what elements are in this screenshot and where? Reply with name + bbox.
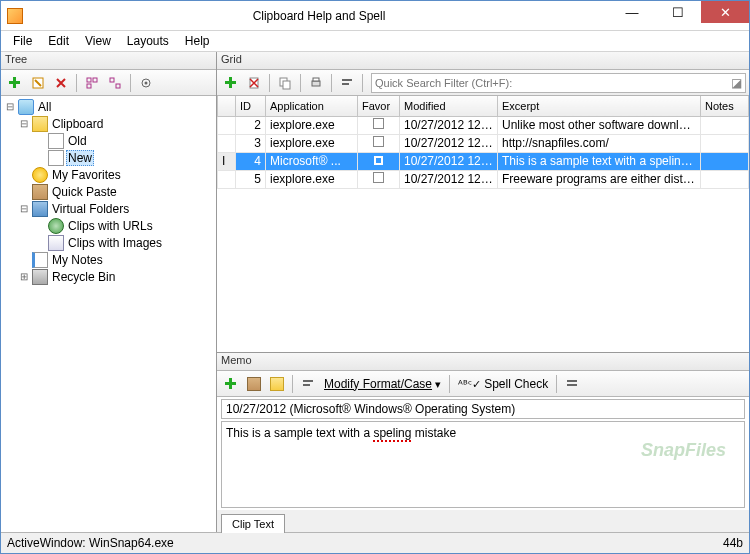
menu-file[interactable]: File bbox=[5, 32, 40, 50]
modify-format-button[interactable]: Modify Format/Case ▾ bbox=[320, 377, 445, 391]
menu-layouts[interactable]: Layouts bbox=[119, 32, 177, 50]
menubar: File Edit View Layouts Help bbox=[1, 31, 749, 52]
tab-clip-text[interactable]: Clip Text bbox=[221, 514, 285, 533]
svg-rect-3 bbox=[87, 78, 91, 82]
tree-collapse-button[interactable] bbox=[104, 72, 126, 94]
grid-add-button[interactable] bbox=[220, 72, 242, 94]
trash-icon bbox=[32, 269, 48, 285]
expand-icon[interactable]: ⊟ bbox=[17, 117, 30, 130]
expand-icon[interactable]: ⊟ bbox=[3, 100, 16, 113]
memo-wrap-button[interactable] bbox=[561, 373, 583, 395]
tree-view[interactable]: ⊟All ⊟Clipboard Old New My Favorites Qui… bbox=[1, 96, 216, 532]
maximize-button[interactable]: ☐ bbox=[655, 1, 701, 23]
folder-icon bbox=[32, 116, 48, 132]
table-row[interactable]: 3iexplore.exe10/27/2012 12:...http://sna… bbox=[218, 134, 749, 152]
menu-view[interactable]: View bbox=[77, 32, 119, 50]
svg-rect-17 bbox=[342, 79, 352, 81]
grid-copy-button[interactable] bbox=[274, 72, 296, 94]
grid-table[interactable]: ID Application Favor Modified Excerpt No… bbox=[217, 96, 749, 189]
spell-check-button[interactable]: ᴬᴮᶜ✓ Spell Check bbox=[454, 377, 552, 391]
tree-node-new[interactable]: New bbox=[66, 150, 94, 166]
memo-format-icon[interactable] bbox=[297, 373, 319, 395]
tree-expand-button[interactable] bbox=[81, 72, 103, 94]
svg-rect-7 bbox=[116, 84, 120, 88]
svg-rect-4 bbox=[93, 78, 97, 82]
svg-rect-6 bbox=[110, 78, 114, 82]
page-icon bbox=[48, 133, 64, 149]
tree-node-clipsimages[interactable]: Clips with Images bbox=[66, 236, 164, 250]
memo-copy-button[interactable] bbox=[243, 373, 265, 395]
tree-add-button[interactable] bbox=[4, 72, 26, 94]
globe-icon bbox=[48, 218, 64, 234]
col-excerpt[interactable]: Excerpt bbox=[498, 96, 701, 116]
svg-rect-21 bbox=[303, 380, 313, 382]
favor-checkbox[interactable] bbox=[373, 136, 384, 147]
search-input[interactable] bbox=[375, 77, 731, 89]
tree-settings-button[interactable] bbox=[135, 72, 157, 94]
memo-info-line: 10/27/2012 (Microsoft® Windows® Operatin… bbox=[221, 399, 745, 419]
col-modified[interactable]: Modified bbox=[400, 96, 498, 116]
search-box[interactable]: ◪ bbox=[371, 73, 746, 93]
svg-rect-18 bbox=[342, 83, 349, 85]
database-icon bbox=[18, 99, 34, 115]
spelling-error[interactable]: speling bbox=[373, 426, 411, 442]
favor-checkbox[interactable] bbox=[373, 118, 384, 129]
svg-rect-5 bbox=[87, 84, 91, 88]
favor-checkbox[interactable] bbox=[373, 172, 384, 183]
tree-node-virtualfolders[interactable]: Virtual Folders bbox=[50, 202, 131, 216]
svg-rect-11 bbox=[225, 81, 236, 84]
tree-node-quickpaste[interactable]: Quick Paste bbox=[50, 185, 119, 199]
tree-node-clipboard[interactable]: Clipboard bbox=[50, 117, 105, 131]
tree-node-old[interactable]: Old bbox=[66, 134, 89, 148]
memo-paste-button[interactable] bbox=[266, 373, 288, 395]
memo-add-button[interactable] bbox=[220, 373, 242, 395]
tree-delete-button[interactable] bbox=[50, 72, 72, 94]
col-id[interactable]: ID bbox=[236, 96, 266, 116]
col-marker[interactable] bbox=[218, 96, 236, 116]
svg-rect-14 bbox=[283, 81, 290, 89]
grid-pane-label: Grid bbox=[217, 52, 749, 70]
svg-rect-16 bbox=[313, 78, 319, 81]
window-title: Clipboard Help and Spell bbox=[29, 9, 609, 23]
col-application[interactable]: Application bbox=[266, 96, 358, 116]
table-row[interactable]: I4Microsoft® ...10/27/2012 12:...This is… bbox=[218, 152, 749, 170]
svg-rect-24 bbox=[567, 384, 577, 386]
close-button[interactable]: ✕ bbox=[701, 1, 749, 23]
svg-rect-1 bbox=[9, 81, 20, 84]
tree-node-clipsurls[interactable]: Clips with URLs bbox=[66, 219, 155, 233]
grid-toolbar: ◪ bbox=[217, 70, 749, 96]
table-row[interactable]: 5iexplore.exe10/27/2012 12:...Freeware p… bbox=[218, 170, 749, 188]
folder-icon bbox=[32, 201, 48, 217]
watermark: SnapFiles bbox=[641, 440, 726, 461]
grid-format-button[interactable] bbox=[336, 72, 358, 94]
col-notes[interactable]: Notes bbox=[701, 96, 749, 116]
paste-icon bbox=[32, 184, 48, 200]
menu-edit[interactable]: Edit bbox=[40, 32, 77, 50]
menu-help[interactable]: Help bbox=[177, 32, 218, 50]
col-favor[interactable]: Favor bbox=[358, 96, 400, 116]
app-icon bbox=[7, 8, 23, 24]
tree-edit-button[interactable] bbox=[27, 72, 49, 94]
tree-node-recyclebin[interactable]: Recycle Bin bbox=[50, 270, 117, 284]
minimize-button[interactable]: — bbox=[609, 1, 655, 23]
table-row[interactable]: 2iexplore.exe10/27/2012 12:...Unlike mos… bbox=[218, 116, 749, 134]
grid-print-button[interactable] bbox=[305, 72, 327, 94]
tree-node-favorites[interactable]: My Favorites bbox=[50, 168, 123, 182]
tree-node-all[interactable]: All bbox=[36, 100, 53, 114]
expand-icon[interactable]: ⊞ bbox=[17, 270, 30, 283]
status-size: 44b bbox=[723, 536, 743, 550]
memo-textarea[interactable]: This is a sample text with a speling mis… bbox=[221, 421, 745, 508]
status-activewindow: ActiveWindow: WinSnap64.exe bbox=[7, 536, 174, 550]
expand-icon[interactable]: ⊟ bbox=[17, 202, 30, 215]
memo-toolbar: Modify Format/Case ▾ ᴬᴮᶜ✓ Spell Check bbox=[217, 371, 749, 397]
tree-pane-label: Tree bbox=[1, 52, 216, 70]
svg-rect-20 bbox=[225, 382, 236, 385]
grid-delete-button[interactable] bbox=[243, 72, 265, 94]
memo-pane-label: Memo bbox=[217, 353, 749, 371]
svg-rect-22 bbox=[303, 384, 310, 386]
clear-search-icon[interactable]: ◪ bbox=[731, 76, 742, 90]
note-icon bbox=[32, 252, 48, 268]
tree-node-mynotes[interactable]: My Notes bbox=[50, 253, 105, 267]
favor-checkbox[interactable] bbox=[374, 156, 383, 165]
star-icon bbox=[32, 167, 48, 183]
